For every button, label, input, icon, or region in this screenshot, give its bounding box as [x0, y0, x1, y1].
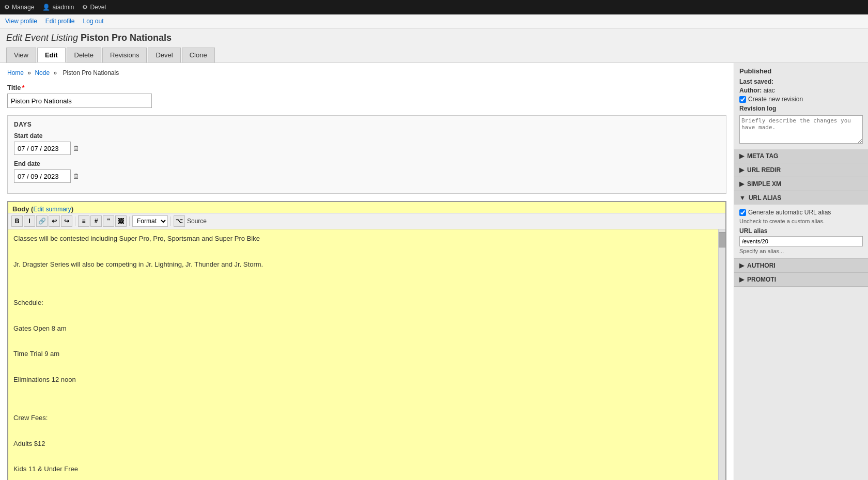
end-date-input[interactable]: [14, 169, 71, 183]
log-out-link[interactable]: Log out: [83, 18, 104, 25]
create-revision-label[interactable]: Create new revision: [748, 96, 803, 103]
page-title-name: Piston Pro Nationals: [81, 33, 172, 43]
breadcrumb: Home » Node » Piston Pro Nationals: [7, 69, 726, 76]
section-label-url-redirect: URL REDIR: [747, 166, 781, 174]
start-date-calendar-icon[interactable]: 🗓: [73, 145, 80, 152]
italic-button[interactable]: I: [24, 215, 35, 227]
sidebar-section-header-simple-xml[interactable]: SIMPLE XM: [734, 177, 868, 191]
blockquote-button[interactable]: ": [103, 215, 114, 227]
generate-alias-checkbox[interactable]: [739, 209, 746, 216]
start-date-wrap: 🗓: [14, 142, 720, 155]
tab-delete[interactable]: Delete: [67, 48, 102, 63]
generate-alias-label[interactable]: Generate automatic URL alias: [748, 209, 831, 216]
editor-scroll-thumb[interactable]: [719, 232, 726, 247]
manage-link[interactable]: ⚙ Manage: [4, 4, 34, 11]
content-area: Home » Node » Piston Pro Nationals Title…: [0, 63, 734, 480]
redo-icon: ↪: [64, 218, 69, 225]
secondary-nav: View profile Edit profile Log out: [0, 14, 868, 28]
view-profile-link[interactable]: View profile: [5, 18, 37, 25]
page-header: Edit Event Listing Piston Pro Nationals …: [0, 28, 868, 63]
end-date-calendar-icon[interactable]: 🗓: [73, 173, 80, 180]
sidebar-section-header-url-alias[interactable]: URL ALIAS: [734, 191, 868, 205]
tab-view[interactable]: View: [6, 48, 36, 63]
edit-summary-link[interactable]: Edit summary: [33, 206, 71, 213]
start-date-label: Start date: [14, 132, 720, 140]
uncheck-hint: Uncheck to create a custom alias.: [739, 218, 863, 224]
last-saved-row: Last saved:: [739, 78, 863, 85]
page-title: Edit Event Listing Piston Pro Nationals: [6, 33, 862, 43]
url-alias-content: Generate automatic URL aliasUncheck to c…: [734, 205, 868, 258]
create-revision-checkbox[interactable]: [739, 96, 746, 103]
section-label-promotion: PROMOTI: [747, 276, 776, 283]
link-icon: 🔗: [38, 218, 46, 225]
breadcrumb-node[interactable]: Node: [35, 69, 50, 76]
author-label: Author:: [739, 87, 762, 94]
sidebar-section-header-promotion[interactable]: PROMOTI: [734, 273, 868, 286]
format-select[interactable]: Format: [132, 215, 168, 227]
tab-clone[interactable]: Clone: [182, 48, 215, 63]
main-layout: Home » Node » Piston Pro Nationals Title…: [0, 63, 868, 480]
unordered-list-button[interactable]: ≡: [78, 215, 89, 227]
section-label-simple-xml: SIMPLE XM: [747, 180, 781, 188]
title-form-item: Title*: [7, 84, 726, 108]
section-arrow-url-alias: [739, 194, 746, 202]
tab-revisions[interactable]: Revisions: [102, 48, 147, 63]
toolbar-separator-1: [75, 216, 75, 226]
section-arrow-meta-tag: [739, 152, 744, 160]
days-header: DAYS: [14, 121, 720, 128]
editor-content[interactable]: Classes will be contested including Supe…: [8, 229, 725, 480]
tab-edit[interactable]: Edit: [37, 48, 66, 63]
image-button[interactable]: 🖼: [115, 215, 127, 227]
redo-button[interactable]: ↪: [61, 215, 72, 227]
url-alias-label: URL alias: [739, 227, 863, 235]
toolbar-separator-2: [129, 216, 130, 226]
sidebar-section-header-url-redirect[interactable]: URL REDIR: [734, 163, 868, 177]
title-input[interactable]: [7, 94, 152, 108]
sidebar-section-header-meta-tag[interactable]: META TAG: [734, 149, 868, 163]
sidebar-section-meta-tag: META TAG: [734, 149, 868, 163]
section-arrow-simple-xml: [739, 180, 744, 188]
page-title-prefix: Edit Event Listing: [6, 33, 81, 43]
breadcrumb-current: Piston Pro Nationals: [63, 69, 119, 76]
source-icon: ⌥: [176, 218, 183, 225]
start-date-input[interactable]: [14, 142, 71, 155]
end-date-wrap: 🗓: [14, 169, 720, 183]
end-date-label: End date: [14, 160, 720, 167]
devel-link[interactable]: ⚙ Devel: [82, 4, 106, 11]
revision-log-textarea[interactable]: [739, 115, 863, 144]
right-sidebar: Published Last saved: Author: aiac Creat…: [734, 63, 868, 480]
bold-button[interactable]: B: [11, 215, 23, 227]
user-link[interactable]: 👤 aiadmin: [42, 4, 74, 11]
undo-button[interactable]: ↩: [49, 215, 60, 227]
devel-icon: ⚙: [82, 4, 88, 11]
ol-icon: #: [95, 218, 98, 225]
manage-icon: ⚙: [4, 4, 10, 11]
revision-log-label: Revision log: [739, 105, 863, 112]
url-alias-input[interactable]: [739, 236, 863, 246]
section-arrow-url-redirect: [739, 166, 744, 174]
sidebar-section-simple-xml: SIMPLE XM: [734, 177, 868, 191]
create-revision-row: Create new revision: [739, 96, 863, 103]
title-label: Title*: [7, 84, 726, 91]
image-icon: 🖼: [118, 218, 124, 225]
sidebar-section-promotion: PROMOTI: [734, 273, 868, 287]
sidebar-section-header-authoring[interactable]: AUTHORI: [734, 259, 868, 272]
section-label-meta-tag: META TAG: [747, 152, 778, 160]
author-value: aiac: [764, 87, 775, 94]
last-saved-label: Last saved:: [739, 78, 773, 85]
breadcrumb-home[interactable]: Home: [7, 69, 24, 76]
sidebar-sections: META TAGURL REDIRSIMPLE XMURL ALIASGener…: [734, 149, 868, 287]
tab-devel[interactable]: Devel: [148, 48, 180, 63]
section-arrow-promotion: [739, 276, 744, 283]
days-section: DAYS Start date 🗓 End date 🗓: [7, 115, 726, 194]
ordered-list-button[interactable]: #: [90, 215, 102, 227]
body-section: Body (Edit summary) B I 🔗 ↩ ↪ ≡: [7, 201, 726, 480]
editor-toolbar: B I 🔗 ↩ ↪ ≡ # ": [8, 213, 725, 229]
source-button[interactable]: ⌥: [174, 215, 185, 227]
section-arrow-authoring: [739, 262, 744, 269]
edit-profile-link[interactable]: Edit profile: [45, 18, 75, 25]
published-box: Published Last saved: Author: aiac Creat…: [734, 63, 868, 149]
editor-scrollbar[interactable]: [718, 229, 725, 480]
link-button[interactable]: 🔗: [36, 215, 48, 227]
section-label-url-alias: URL ALIAS: [749, 194, 781, 202]
